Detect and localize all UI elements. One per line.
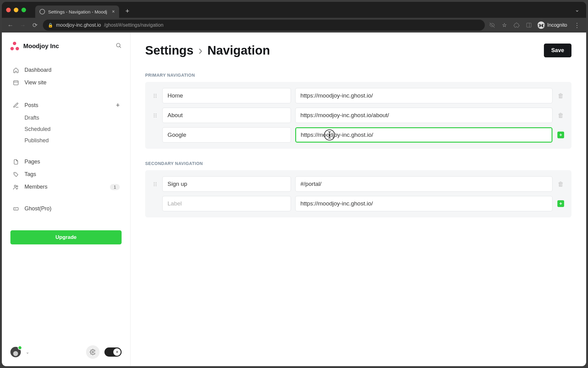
svg-line-3 — [120, 47, 121, 48]
drag-handle-icon[interactable] — [152, 182, 158, 186]
nav-label-input[interactable] — [162, 127, 291, 143]
window-icon — [12, 80, 20, 86]
edit-icon — [12, 102, 20, 108]
url-path: /ghost/#/settings/navigation — [104, 22, 164, 28]
members-count-badge: 1 — [110, 184, 120, 190]
svg-point-11 — [16, 209, 16, 209]
tab-title: Settings - Navigation - Moodj — [48, 9, 107, 14]
trash-icon: 🗑 — [558, 181, 564, 188]
nav-row-new: + — [152, 127, 565, 143]
user-menu[interactable] — [10, 347, 21, 357]
hide-eye-icon[interactable] — [488, 21, 496, 29]
sidepanel-icon[interactable] — [525, 21, 533, 29]
settings-button[interactable] — [86, 345, 100, 359]
incognito-indicator[interactable]: ◑◐ Incognito — [537, 21, 567, 29]
delete-row-button[interactable]: 🗑 — [557, 92, 565, 100]
brand-name[interactable]: Moodjoy Inc — [23, 43, 59, 50]
upgrade-button[interactable]: Upgrade — [10, 230, 122, 244]
svg-point-8 — [17, 186, 18, 187]
nav-label-input[interactable] — [162, 108, 291, 123]
nav-label-input[interactable] — [162, 88, 291, 103]
tabs-overflow-button[interactable]: ⌄ — [575, 6, 582, 13]
nav-row-new: + — [152, 196, 565, 211]
nav-url-input[interactable] — [295, 196, 552, 211]
nav-url-input[interactable] — [295, 176, 552, 192]
incognito-label: Incognito — [547, 22, 567, 28]
sidebar-item-dashboard[interactable]: Dashboard — [10, 64, 122, 76]
secondary-nav-panel: 🗑 + — [145, 170, 571, 217]
sidebar-item-posts[interactable]: Posts + — [10, 98, 122, 112]
page-title: Navigation — [207, 44, 270, 57]
svg-point-6 — [15, 173, 15, 174]
sidebar-item-pages[interactable]: Pages — [10, 155, 122, 168]
sidebar-item-scheduled[interactable]: Scheduled — [10, 124, 122, 135]
sidebar-item-drafts[interactable]: Drafts — [10, 112, 122, 124]
nav-row: 🗑 — [152, 176, 565, 192]
main-content: Settings › Navigation Save Primary navig… — [130, 33, 586, 366]
save-button[interactable]: Save — [544, 44, 571, 57]
sidebar-item-view-site[interactable]: View site — [10, 76, 122, 89]
add-row-button[interactable]: + — [557, 131, 565, 139]
browser-menu-button[interactable]: ⋮ — [572, 21, 582, 29]
nav-url-input[interactable] — [295, 108, 552, 123]
app-sidebar: Moodjoy Inc Dashboard View site — [2, 33, 130, 366]
sidebar-item-ghost-pro[interactable]: Ghost(Pro) — [10, 202, 122, 215]
sidebar-item-label: View site — [24, 79, 47, 86]
search-button[interactable] — [115, 42, 122, 50]
members-icon — [12, 184, 20, 190]
window-traffic-lights — [6, 8, 26, 12]
plus-icon: + — [557, 200, 564, 207]
sidebar-item-published[interactable]: Published — [10, 135, 122, 146]
new-tab-button[interactable]: + — [123, 6, 132, 16]
address-bar[interactable]: 🔒 moodjoy-inc.ghost.io/ghost/#/settings/… — [43, 20, 485, 31]
ghost-pro-icon — [12, 206, 20, 212]
sun-icon: ☀ — [113, 348, 121, 356]
section-label-primary: Primary navigation — [145, 73, 571, 78]
forward-button[interactable]: → — [18, 22, 27, 29]
chevron-down-icon: ⌄ — [26, 350, 29, 355]
window-minimize-button[interactable] — [14, 8, 18, 12]
trash-icon: 🗑 — [558, 112, 564, 119]
add-row-button[interactable]: + — [557, 200, 565, 208]
nav-label-input[interactable] — [162, 176, 291, 192]
nav-row: 🗑 — [152, 88, 565, 103]
window-close-button[interactable] — [6, 8, 11, 12]
svg-point-2 — [116, 43, 120, 47]
delete-row-button[interactable]: 🗑 — [557, 180, 565, 188]
browser-toolbar: ← → ⟳ 🔒 moodjoy-inc.ghost.io/ghost/#/set… — [2, 18, 586, 33]
drag-handle-icon[interactable] — [152, 94, 158, 98]
nav-row: 🗑 — [152, 108, 565, 123]
plus-icon: + — [557, 132, 564, 138]
nav-url-input[interactable] — [295, 127, 552, 143]
sidebar-item-label: Pages — [24, 159, 40, 165]
sidebar-item-members[interactable]: Members 1 — [10, 181, 122, 193]
nav-label-input[interactable] — [162, 196, 291, 211]
tag-icon — [12, 171, 20, 178]
sidebar-item-tags[interactable]: Tags — [10, 168, 122, 181]
bookmark-star-icon[interactable]: ☆ — [501, 21, 508, 29]
sidebar-item-label: Members — [24, 184, 47, 190]
drag-handle-icon[interactable] — [152, 113, 158, 117]
page-icon — [12, 159, 20, 165]
delete-row-button[interactable]: 🗑 — [557, 111, 565, 119]
url-host: moodjoy-inc.ghost.io — [56, 22, 101, 28]
extensions-puzzle-icon[interactable] — [513, 21, 520, 29]
tab-close-button[interactable]: × — [112, 9, 115, 14]
theme-toggle[interactable]: ☀ — [104, 347, 122, 357]
sidebar-item-label: Tags — [24, 171, 36, 178]
reload-button[interactable]: ⟳ — [31, 21, 39, 29]
browser-tab-strip: Settings - Navigation - Moodj × + ⌄ — [2, 2, 586, 18]
brand-logo-icon — [10, 42, 19, 50]
svg-point-12 — [92, 351, 94, 353]
sidebar-item-label: Posts — [24, 102, 38, 109]
new-post-button[interactable]: + — [116, 101, 120, 109]
nav-url-input[interactable] — [295, 88, 552, 103]
breadcrumb-parent[interactable]: Settings — [145, 44, 194, 57]
home-icon — [12, 67, 20, 73]
window-maximize-button[interactable] — [21, 8, 26, 12]
svg-rect-4 — [14, 81, 18, 85]
incognito-icon: ◑◐ — [537, 21, 545, 29]
back-button[interactable]: ← — [6, 22, 15, 29]
sidebar-item-label: Dashboard — [24, 67, 51, 73]
browser-tab[interactable]: Settings - Navigation - Moodj × — [35, 6, 119, 18]
